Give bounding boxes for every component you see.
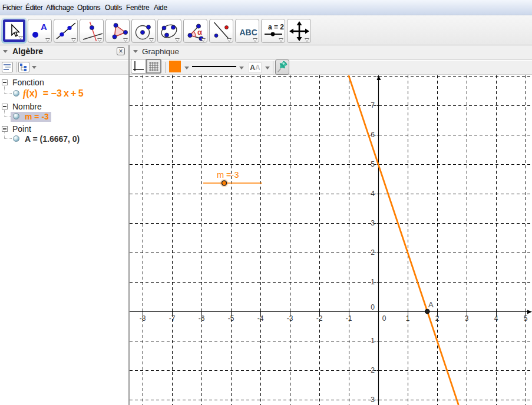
svg-text:A: A: [41, 22, 47, 32]
svg-text:m =-3: m =-3: [217, 170, 239, 180]
svg-text:4: 4: [494, 314, 498, 323]
svg-text:-1: -1: [368, 337, 375, 345]
svg-text:-1: -1: [346, 314, 352, 323]
svg-text:a = 2: a = 2: [268, 23, 284, 31]
svg-text:5: 5: [524, 314, 528, 323]
svg-text:-5: -5: [228, 314, 234, 323]
svg-text:0: 0: [382, 314, 386, 323]
svg-text:1: 1: [406, 314, 410, 323]
svg-text:-7: -7: [169, 314, 176, 323]
svg-text:4: 4: [371, 190, 375, 198]
svg-text:-3: -3: [368, 396, 375, 404]
svg-text:1: 1: [371, 278, 375, 286]
svg-text:-3: -3: [287, 314, 293, 323]
svg-text:3: 3: [371, 219, 375, 227]
svg-text:-8: -8: [140, 314, 146, 323]
svg-text:-2: -2: [316, 314, 323, 323]
svg-text:α: α: [197, 28, 202, 36]
svg-text:7: 7: [371, 101, 375, 109]
svg-text:2: 2: [435, 314, 440, 323]
svg-text:2: 2: [371, 248, 375, 257]
svg-text:-4: -4: [257, 314, 264, 323]
svg-text:ABC: ABC: [240, 28, 257, 37]
svg-text:A: A: [428, 300, 434, 309]
svg-text:0: 0: [371, 303, 375, 311]
svg-text:6: 6: [371, 131, 375, 139]
svg-text:5: 5: [371, 160, 375, 168]
svg-text:-2: -2: [368, 366, 375, 374]
svg-text:3: 3: [465, 314, 469, 323]
svg-text:-6: -6: [199, 314, 205, 323]
